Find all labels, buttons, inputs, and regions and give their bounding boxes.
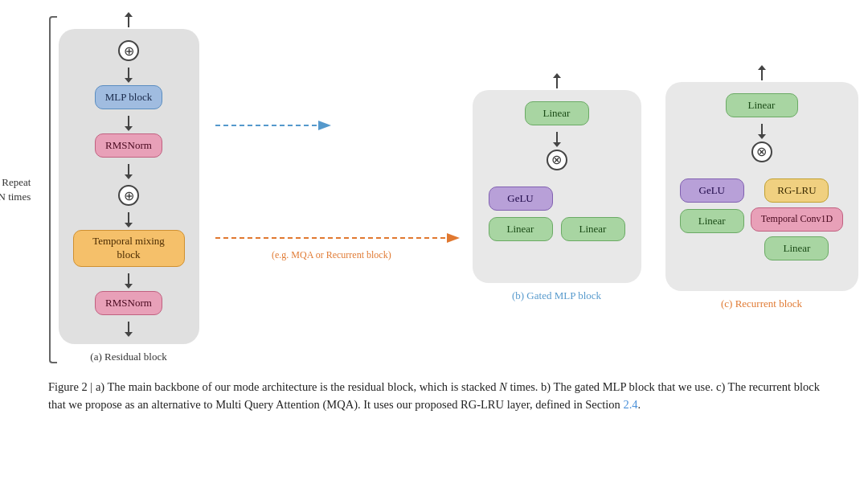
recurrent-container: Linear ⊗ GeLU Linear RG-LRU Temporal Con… <box>665 82 858 291</box>
rg-lru-node: RG-LRU <box>764 178 829 203</box>
panel-c-label: (c) Recurrent block <box>721 297 802 310</box>
linear-top-b: Linear <box>525 101 589 125</box>
gelu-node-c: GeLU <box>680 178 744 203</box>
output-arrow-b <box>556 77 558 88</box>
linear-left-b: Linear <box>489 217 553 241</box>
arrow-c1 <box>761 124 763 135</box>
linear-top-c: Linear <box>726 93 798 117</box>
multiply-node-c: ⊗ <box>751 141 772 162</box>
arrow-rmsnorm2-out <box>128 322 129 333</box>
output-arrow-c <box>761 69 763 80</box>
dashed-label: (e.g. MQA or Recurrent block) <box>272 249 391 260</box>
caption-n: N <box>499 380 507 393</box>
add-node-bottom: ⊕ <box>118 185 139 206</box>
caption-prefix: Figure 2 | a) The main backbone of our m… <box>48 380 499 393</box>
panel-b: Linear ⊗ GeLU Linear Linear (b) Gated ML… <box>473 77 641 302</box>
figure-caption: Figure 2 | a) The main backbone of our m… <box>48 378 820 414</box>
arrow-b1 <box>556 132 558 143</box>
panel-a-label: (a) Residual block <box>90 351 166 363</box>
linear-right-c: Linear <box>764 236 829 260</box>
linear-left-c: Linear <box>680 209 744 233</box>
output-arrow-a <box>128 16 129 27</box>
arrows-svg: (e.g. MQA or Recurrent block) <box>207 45 465 334</box>
arrow-to-mlp <box>128 68 129 79</box>
rmsnorm-bottom-node: RMSNorm <box>95 291 162 315</box>
multiply-node-b: ⊗ <box>547 150 567 170</box>
arrow-rmsnorm1-to-add <box>128 164 129 175</box>
residual-block-container: ⊕ MLP block RMSNorm ⊕ Temporal mixing bl… <box>59 29 199 344</box>
rmsnorm-top-node: RMSNorm <box>95 133 162 158</box>
linear-right-b: Linear <box>561 217 625 241</box>
caption-link[interactable]: 2.4 <box>623 398 637 411</box>
panel-c: Linear ⊗ GeLU Linear RG-LRU Temporal Con… <box>665 69 858 310</box>
gelu-node-b: GeLU <box>489 187 553 211</box>
temporal-conv1d-node: Temporal Conv1D <box>751 207 843 232</box>
arrow-to-temporal <box>128 212 129 223</box>
add-node-top: ⊕ <box>118 40 139 61</box>
gated-mlp-container: Linear ⊗ GeLU Linear Linear <box>473 90 641 283</box>
repeat-label: RepeatN times <box>0 175 31 204</box>
arrows-container: (e.g. MQA or Recurrent block) <box>207 45 465 334</box>
temporal-mixing-node: Temporal mixing block <box>73 230 185 267</box>
arrow-to-rmsnorm1 <box>128 116 129 127</box>
panel-b-label: (b) Gated MLP block <box>512 289 601 302</box>
caption-suffix: . <box>638 398 641 411</box>
arrow-to-rmsnorm2 <box>128 273 129 285</box>
bracket <box>49 16 57 363</box>
diagram-area: RepeatN times ⊕ MLP block RMSNorm ⊕ <box>32 16 836 363</box>
panel-a: RepeatN times ⊕ MLP block RMSNorm ⊕ <box>59 16 199 363</box>
mlp-block-node: MLP block <box>95 85 162 109</box>
